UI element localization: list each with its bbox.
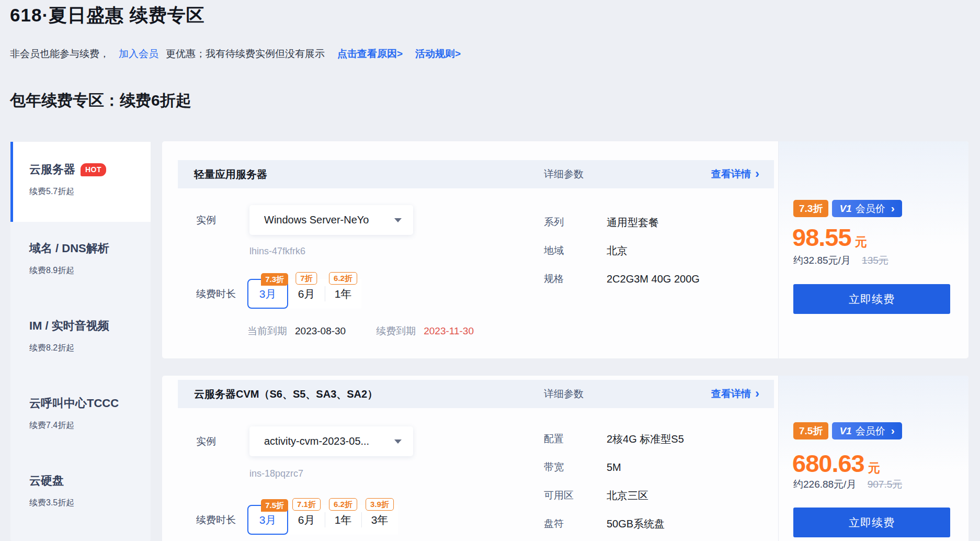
instance-id: ins-18pqzrc7 (249, 468, 303, 479)
view-detail-link[interactable]: 查看详情 (711, 167, 759, 181)
sidebar-item-discount: 续费3.5折起 (29, 498, 151, 509)
sidebar-item-title: 云硬盘 (29, 473, 151, 489)
sidebar-item-title: 域名 / DNS解析 (29, 241, 151, 256)
detail-params-label: 详细参数 (544, 387, 584, 401)
discount-badge: 6.2折 (329, 498, 357, 511)
card-header: 轻量应用服务器 详细参数 查看详情 (178, 160, 774, 188)
duration-option-label: 3月 (259, 513, 277, 527)
spec-params: 系列 通用型套餐 地域 北京 规格 2C2G3M 40G 200G (544, 208, 700, 293)
price-panel: 7.3折 V1 会员价 98.55 元 约32.85元/月 135元 立即续费 (779, 141, 968, 358)
renew-now-button[interactable]: 立即续费 (793, 508, 950, 537)
renew-due-label: 续费到期 (376, 324, 416, 338)
instance-select[interactable]: activity-cvm-2023-05... (249, 426, 413, 456)
hot-badge: HOT (81, 163, 106, 176)
sidebar-item-cbs-disk[interactable]: 云硬盘 续费3.5折起 (10, 454, 151, 532)
duration-option-label: 6月 (298, 287, 315, 301)
duration-option-3m[interactable]: 7.3折 3月 (247, 279, 288, 309)
duration-option-1y[interactable]: 6.2折 1年 (325, 505, 361, 535)
chevron-down-icon (394, 439, 402, 444)
param-value: 通用型套餐 (607, 216, 659, 230)
param-row: 系列 通用型套餐 (544, 208, 700, 236)
price-unit: 元 (855, 234, 867, 250)
subtitle-middle: 更优惠；我有待续费实例但没有展示 (166, 48, 325, 59)
join-member-link[interactable]: 加入会员 (119, 48, 158, 59)
duration-option-6m[interactable]: 7.1折 6月 (288, 505, 325, 535)
card-header: 云服务器CVM（S6、S5、SA3、SA2） 详细参数 查看详情 (178, 380, 774, 408)
chevron-down-icon (394, 218, 402, 222)
duration-option-3y[interactable]: 3.9折 3年 (361, 505, 398, 535)
instance-select[interactable]: Windows Server-NeYo (249, 205, 413, 235)
current-due-date: 2023-08-30 (295, 325, 346, 337)
param-label: 地域 (544, 244, 607, 257)
duration-option-1y[interactable]: 6.2折 1年 (325, 279, 361, 309)
param-label: 可用区 (544, 489, 607, 502)
original-price: 135元 (862, 255, 888, 266)
card-title: 轻量应用服务器 (194, 167, 267, 182)
param-value: 北京三区 (607, 489, 648, 503)
param-value: 北京 (607, 244, 628, 258)
duration-label: 续费时长 (196, 505, 236, 535)
param-label: 配置 (544, 432, 607, 446)
chevron-right-icon (755, 387, 759, 400)
discount-badge: 7.5折 (793, 422, 828, 439)
vip-price-link[interactable]: V1 会员价 (832, 200, 902, 217)
subtitle: 非会员也能参与续费，加入会员更优惠；我有待续费实例但没有展示点击查看原因>活动规… (10, 47, 461, 61)
expiry-dates: 当前到期 2023-08-30 续费到期 2023-11-30 (247, 324, 474, 338)
duration-option-label: 3年 (371, 513, 389, 527)
current-due-label: 当前到期 (247, 324, 287, 338)
duration-option-3m[interactable]: 7.5折 3月 (247, 505, 288, 535)
param-value: 2C2G3M 40G 200G (607, 273, 700, 285)
duration-option-6m[interactable]: 7折 6月 (288, 279, 325, 309)
instance-label: 实例 (196, 426, 216, 456)
discount-badge: 6.2折 (329, 272, 357, 285)
original-price: 907.5元 (868, 479, 903, 490)
sidebar-item-domain-dns[interactable]: 域名 / DNS解析 续费8.9折起 (10, 222, 151, 299)
discount-badge: 3.9折 (366, 498, 394, 511)
price-badges: 7.3折 V1 会员价 (793, 200, 902, 217)
sidebar-item-title: 云呼叫中心TCCC (29, 396, 151, 411)
view-detail-link[interactable]: 查看详情 (711, 387, 759, 401)
param-row: 可用区 北京三区 (544, 481, 684, 510)
section-title: 包年续费专区：续费6折起 (10, 90, 191, 111)
price-monthly: 约32.85元/月 135元 (793, 254, 888, 267)
vip-price-link[interactable]: V1 会员价 (832, 422, 902, 439)
activity-rules-link[interactable]: 活动规则> (415, 48, 461, 59)
sidebar-item-im-trtc[interactable]: IM / 实时音视频 续费8.2折起 (10, 299, 151, 377)
sidebar-item-label: 域名 / DNS解析 (29, 241, 109, 256)
detail-params-label: 详细参数 (544, 167, 584, 181)
renew-now-button[interactable]: 立即续费 (793, 284, 950, 314)
view-reason-link[interactable]: 点击查看原因> (337, 48, 403, 59)
category-sidebar: 云服务器 HOT 续费5.7折起 域名 / DNS解析 续费8.9折起 IM /… (10, 142, 151, 541)
duration-option-label: 3月 (259, 287, 277, 301)
product-card-lighthouse: 轻量应用服务器 详细参数 查看详情 实例 Windows Server-NeYo… (162, 141, 968, 358)
instance-select-value: Windows Server-NeYo (264, 214, 394, 226)
price: 680.63 元 (792, 449, 880, 478)
param-row: 规格 2C2G3M 40G 200G (544, 265, 700, 293)
discount-badge: 7.5折 (261, 499, 288, 512)
price: 98.55 元 (792, 223, 867, 252)
param-label: 规格 (544, 272, 607, 286)
chevron-right-icon (891, 202, 895, 213)
discount-badge: 7折 (295, 272, 317, 285)
param-row: 配置 2核4G 标准型S5 (544, 425, 684, 453)
spec-params: 配置 2核4G 标准型S5 带宽 5M 可用区 北京三区 盘符 50GB系统盘 (544, 425, 684, 538)
sidebar-item-label: IM / 实时音视频 (29, 318, 109, 334)
sidebar-item-discount: 续费8.2折起 (29, 343, 151, 354)
sidebar-item-label: 云服务器 (29, 162, 75, 177)
page-title: 618·夏日盛惠 续费专区 (10, 3, 205, 28)
duration-option-label: 1年 (335, 513, 352, 527)
param-value: 2核4G 标准型S5 (607, 432, 684, 446)
sidebar-item-cloud-server[interactable]: 云服务器 HOT 续费5.7折起 (10, 142, 151, 222)
discount-badge: 7.3折 (793, 200, 828, 217)
sidebar-item-tccc[interactable]: 云呼叫中心TCCC 续费7.4折起 (10, 377, 151, 454)
param-value: 5M (607, 461, 621, 474)
view-detail-label: 查看详情 (711, 167, 751, 181)
price-badges: 7.5折 V1 会员价 (793, 422, 902, 439)
instance-select-value: activity-cvm-2023-05... (264, 435, 394, 447)
subtitle-prefix: 非会员也能参与续费， (10, 48, 109, 59)
discount-badge: 7.1折 (292, 498, 321, 511)
duration-options: 7.5折 3月 7.1折 6月 6.2折 1年 3.9折 3年 (247, 505, 398, 535)
param-row: 带宽 5M (544, 453, 684, 481)
sidebar-item-title: IM / 实时音视频 (29, 318, 151, 334)
instance-id: lhins-47fkfrk6 (249, 246, 305, 257)
